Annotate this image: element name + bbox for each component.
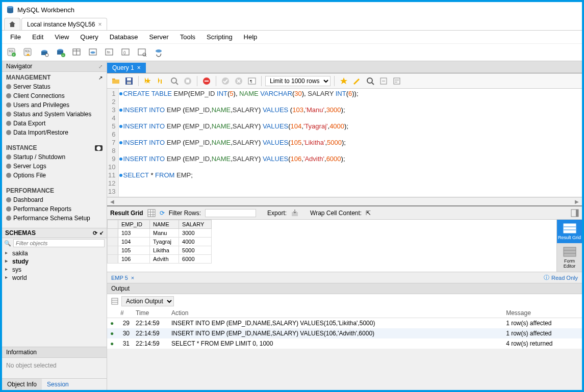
info-tab[interactable]: Session (42, 379, 74, 390)
item-icon (5, 129, 12, 136)
nav-item[interactable]: Data Import/Restore (2, 128, 107, 137)
refresh-icon[interactable]: ⟳ (93, 230, 97, 237)
menu-view[interactable]: View (49, 32, 74, 42)
table-row[interactable]: 105Likitha5000 (108, 246, 212, 255)
result-tab[interactable]: EMP 5 × (111, 275, 134, 281)
nav-item[interactable]: Performance Reports (2, 204, 107, 214)
menu-scripting[interactable]: Scripting (201, 32, 238, 42)
result-grid[interactable]: EMP_IDNAMESALARY 103Manu3000104Tyagraj40… (107, 220, 212, 264)
new-procedure-button[interactable]: fn (103, 46, 116, 59)
output-row[interactable]: ●3022:14:59INSERT INTO EMP (EMP_ID,NAME,… (107, 328, 582, 338)
view-mode-result-grid[interactable]: Result Grid (557, 220, 582, 243)
output-row[interactable]: ●3122:14:59SELECT * FROM EMP LIMIT 0, 10… (107, 338, 582, 349)
menu-edit[interactable]: Edit (27, 32, 48, 42)
schemas-section-header: SCHEMAS ⟳ ↙ (2, 228, 107, 238)
new-table-button[interactable] (70, 46, 84, 59)
export-icon[interactable] (291, 209, 299, 217)
reconnect-button[interactable] (152, 46, 165, 59)
svg-point-34 (6, 173, 11, 178)
column-header[interactable]: EMP_ID (118, 220, 150, 229)
output-list-icon[interactable] (111, 298, 118, 305)
title-bar: MySQL Workbench (2, 2, 582, 17)
close-icon[interactable]: × (98, 21, 101, 28)
menu-tools[interactable]: Tools (175, 32, 200, 42)
connection-tab[interactable]: Local instance MySQL56 × (21, 18, 107, 30)
favorite-button[interactable] (338, 75, 349, 87)
nav-item[interactable]: Data Export (2, 119, 107, 128)
beautify-button[interactable] (351, 75, 363, 87)
filter-rows-input[interactable] (205, 209, 256, 217)
wrap-button[interactable] (391, 75, 402, 87)
row-limit-select[interactable]: Limit to 1000 rows (265, 76, 331, 86)
expand-icon[interactable]: ⤢ (98, 64, 103, 69)
item-icon (5, 83, 12, 90)
toggle-autocommit-button[interactable] (201, 75, 212, 87)
svg-line-53 (372, 83, 374, 85)
schema-item[interactable]: sakila (2, 249, 107, 257)
inspector-button[interactable] (38, 46, 51, 59)
nav-item[interactable]: Options File (2, 171, 107, 180)
info-tab[interactable]: Object Info (2, 379, 42, 390)
schema-filter-input[interactable] (13, 239, 105, 247)
open-sql-button[interactable]: SQL (21, 46, 35, 59)
toggle-invisible-button[interactable] (378, 75, 389, 87)
nav-item[interactable]: Dashboard (2, 195, 107, 204)
search-table-button[interactable] (136, 46, 149, 59)
svg-rect-41 (161, 80, 162, 84)
table-row[interactable]: 104Tyagraj4000 (108, 238, 212, 246)
svg-text:SQL: SQL (25, 49, 30, 53)
query-toolbar: ¶ Limit to 1000 rows (107, 73, 582, 89)
nav-item[interactable]: Performance Schema Setup (2, 214, 107, 223)
refresh-icon[interactable]: ⟳ (160, 210, 165, 217)
find-button[interactable] (365, 75, 376, 87)
column-header[interactable]: SALARY (179, 220, 212, 229)
menu-database[interactable]: Database (105, 32, 143, 42)
new-sql-tab-button[interactable]: SQL+ (5, 46, 18, 59)
nav-item[interactable]: Status and System Variables (2, 110, 107, 119)
query-tab[interactable]: Query 1 × (107, 63, 146, 73)
home-tab[interactable] (4, 18, 20, 30)
panel-toggle-icon[interactable] (571, 209, 579, 217)
navigator-sidebar: Navigator ⤢ MANAGEMENT ↗ Server StatusCl… (2, 61, 107, 390)
sql-editor[interactable]: 12345678910111213 CREATE TABLE EMP(EMP_I… (107, 89, 582, 197)
nav-item[interactable]: Server Status (2, 82, 107, 91)
close-icon[interactable]: × (137, 64, 141, 71)
schema-item[interactable]: sys (2, 266, 107, 274)
nav-item[interactable]: Client Connections (2, 91, 107, 100)
svg-text:(): () (123, 50, 126, 55)
popout-icon[interactable]: ↗ (98, 75, 103, 81)
info-icon: ⓘ (544, 274, 549, 281)
new-schema-button[interactable]: + (54, 46, 67, 59)
wrap-toggle-icon[interactable]: ⇱ (366, 210, 371, 217)
schema-item[interactable]: study (2, 257, 107, 266)
close-icon[interactable]: × (131, 275, 134, 281)
nav-item[interactable]: Users and Privileges (2, 100, 107, 110)
stop-button[interactable] (182, 75, 193, 87)
output-row[interactable]: ●2922:14:59INSERT INTO EMP (EMP_ID,NAME,… (107, 318, 582, 329)
table-row[interactable]: 103Manu3000 (108, 229, 212, 238)
open-file-button[interactable] (110, 75, 121, 87)
editor-scrollbar[interactable]: ◀▶ (107, 197, 582, 205)
explain-button[interactable] (169, 75, 180, 87)
toggle-whitespace-button[interactable]: ¶ (246, 75, 258, 87)
nav-item[interactable]: Server Logs (2, 162, 107, 171)
menu-file[interactable]: File (5, 32, 26, 42)
commit-button[interactable] (220, 75, 231, 87)
rollback-button[interactable] (233, 75, 244, 87)
nav-item[interactable]: Startup / Shutdown (2, 152, 107, 162)
table-row[interactable]: 106Advith6000 (108, 255, 212, 264)
new-function-button[interactable]: () (119, 46, 133, 59)
schema-item[interactable]: world (2, 274, 107, 282)
new-view-button[interactable] (87, 46, 100, 59)
menu-help[interactable]: Help (239, 32, 263, 42)
execute-button[interactable] (142, 75, 154, 87)
save-button[interactable] (123, 75, 135, 87)
menu-server[interactable]: Server (144, 32, 173, 42)
collapse-icon[interactable]: ↙ (99, 230, 104, 237)
execute-current-button[interactable] (156, 75, 167, 87)
view-mode-form-editor[interactable]: Form Editor (557, 243, 582, 272)
output-mode-select[interactable]: Action Output (121, 296, 174, 306)
menu-query[interactable]: Query (75, 32, 103, 42)
column-header[interactable]: NAME (149, 220, 179, 229)
grid-icon[interactable] (147, 209, 156, 217)
